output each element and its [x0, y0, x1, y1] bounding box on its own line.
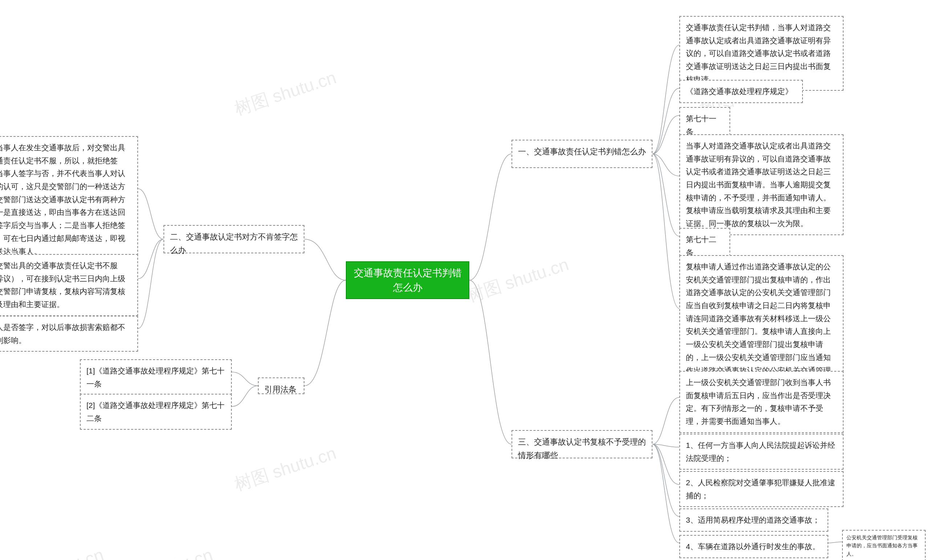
- watermark: 树图 shutu.cn: [108, 543, 216, 560]
- watermark: 树图 shutu.cn: [231, 66, 339, 121]
- branch-2: 二、交通事故认定书对方不肯签字怎么办: [163, 225, 305, 253]
- branch-2-item-2: 当事人是否签字，对以后事故损害索赔都不会受到影响。: [0, 316, 138, 352]
- watermark: 树图 shutu.cn: [0, 543, 107, 560]
- branch-1-item-1: 《道路交通事故处理程序规定》: [679, 80, 803, 103]
- branch-ref-item-1: [2]《道路交通事故处理程序规定》第七十二条: [80, 394, 232, 430]
- branch-ref: 引用法条: [258, 377, 305, 394]
- branch-3-item-2: 2、人民检察院对交通肇事犯罪嫌疑人批准逮捕的；: [679, 471, 844, 507]
- branch-3-extra: 公安机关交通管理部门受理复核申请的，应当书面通知各方当事人。: [842, 530, 925, 560]
- branch-3-item-4: 4、车辆在道路以外通行时发生的事故。: [679, 535, 828, 558]
- branch-3-item-1: 1、任何一方当事人向人民法院提起诉讼并经法院受理的；: [679, 434, 844, 469]
- branch-3: 三、交通事故认定书复核不予受理的情形有哪些: [511, 430, 653, 459]
- branch-2-item-0: 有的当事人在发生交通事故后，对交警出具的交通责任认定书不服，所以，就拒绝签字。当…: [0, 136, 138, 263]
- branch-2-item-1: 如对交警出具的交通事故责任认定书不服（有异议），可在接到认定书三日内向上级公安交…: [0, 254, 138, 316]
- branch-1: 一、交通事故责任认定书判错怎么办: [511, 140, 653, 168]
- branch-1-item-3: 当事人对道路交通事故认定或者出具道路交通事故证明有异议的，可以自道路交通事故认定…: [679, 134, 844, 235]
- watermark: 树图 shutu.cn: [231, 442, 339, 497]
- watermark: 树图 shutu.cn: [464, 253, 571, 308]
- root-node: 交通事故责任认定书判错怎么办: [346, 261, 470, 299]
- branch-ref-item-0: [1]《道路交通事故处理程序规定》第七十一条: [80, 359, 232, 395]
- branch-3-item-0: 上一级公安机关交通管理部门收到当事人书面复核申请后五日内，应当作出是否受理决定。…: [679, 371, 844, 433]
- branch-3-item-3: 3、适用简易程序处理的道路交通事故；: [679, 508, 828, 532]
